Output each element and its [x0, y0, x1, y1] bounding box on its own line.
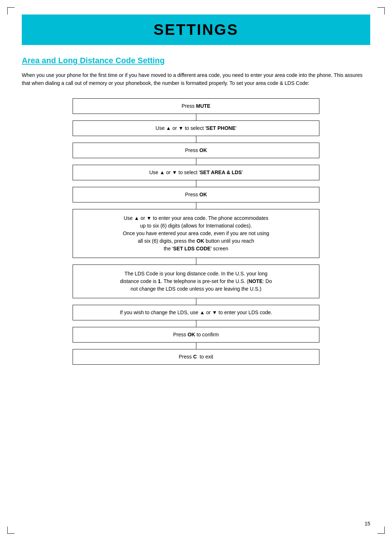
flow-connector-6 — [196, 258, 196, 265]
flow-connector-7 — [196, 298, 196, 305]
corner-mark-top-right — [377, 7, 385, 15]
page-number: 15 — [364, 521, 370, 526]
flow-step-lds-code-info: The LDS Code is your long distance code.… — [73, 265, 319, 298]
header-banner: SETTINGS — [22, 15, 370, 45]
flow-step-select-set-area-lds: Use ▲ or ▼ to select 'SET AREA & LDS' — [73, 165, 319, 180]
corner-mark-bottom-left — [7, 526, 15, 534]
flow-step-enter-area-code: Use ▲ or ▼ to enter your area code. The … — [73, 209, 319, 258]
flow-connector-4 — [196, 180, 196, 187]
flow-step-press-ok-2: Press OK — [73, 187, 319, 202]
page-container: SETTINGS Area and Long Distance Code Set… — [0, 0, 392, 541]
flow-step-change-lds: If you wish to change the LDS, use ▲ or … — [73, 305, 319, 320]
flow-step-press-mute: Press MUTE — [73, 98, 319, 114]
flow-connector-1 — [196, 114, 196, 120]
section-title: Area and Long Distance Code Setting — [22, 56, 370, 65]
flow-step-press-ok-1: Press OK — [73, 143, 319, 158]
intro-text: When you use your phone for the first ti… — [22, 71, 370, 87]
page-title: SETTINGS — [22, 21, 370, 38]
flow-step-select-set-phone: Use ▲ or ▼ to select 'SET PHONE' — [73, 120, 319, 136]
corner-mark-bottom-right — [377, 526, 385, 534]
flow-connector-5 — [196, 202, 196, 209]
flow-connector-9 — [196, 343, 196, 349]
corner-mark-top-left — [7, 7, 15, 15]
flow-connector-3 — [196, 158, 196, 165]
flow-step-press-c-exit: Press C to exit — [73, 349, 319, 365]
flow-chart: Press MUTE Use ▲ or ▼ to select 'SET PHO… — [73, 98, 319, 365]
flow-connector-8 — [196, 320, 196, 327]
flow-step-press-ok-confirm: Press OK to confirm — [73, 327, 319, 343]
flow-connector-2 — [196, 136, 196, 143]
